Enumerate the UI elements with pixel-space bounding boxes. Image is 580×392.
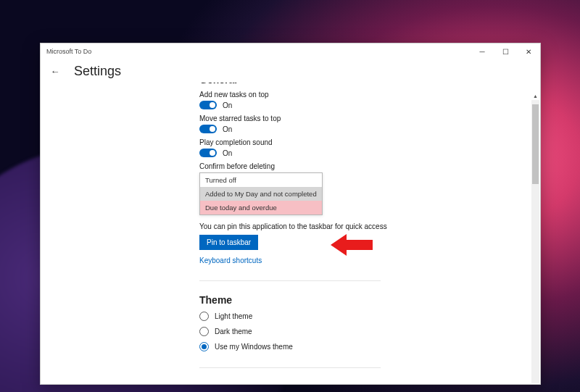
section-general-heading: General [199, 83, 431, 86]
app-window: Microsoft To Do ─ ☐ ✕ ← Settings General… [40, 43, 541, 385]
toggle-move-starred[interactable] [199, 125, 217, 133]
dropdown-option-due[interactable]: Due today and overdue [200, 201, 322, 214]
section-smart-heading: Smart lists [199, 383, 431, 384]
keyboard-shortcuts-link[interactable]: Keyboard shortcuts [199, 257, 431, 264]
maximize-icon: ☐ [502, 48, 509, 56]
svg-marker-0 [331, 234, 373, 256]
toggle-add-on-top[interactable] [199, 101, 217, 109]
vertical-scrollbar[interactable]: ▲ ▼ [531, 100, 539, 383]
maximize-button[interactable]: ☐ [494, 43, 517, 59]
section-theme-heading: Theme [199, 294, 431, 306]
radio-system[interactable] [199, 342, 209, 351]
toggle-play-sound[interactable] [199, 149, 217, 157]
label-move-starred: Move starred tasks to top [199, 114, 431, 122]
red-arrow-icon [331, 233, 374, 257]
dropdown-option-off[interactable]: Turned off [200, 173, 322, 187]
radio-system-label: Use my Windows theme [215, 343, 293, 351]
label-add-on-top: Add new tasks on top [199, 91, 431, 99]
header: ← Settings [41, 59, 540, 83]
radio-dark[interactable] [199, 327, 209, 336]
radio-light-label: Light theme [215, 312, 252, 320]
app-title: Microsoft To Do [46, 48, 91, 55]
dropdown-option-myday[interactable]: Added to My Day and not completed [200, 187, 322, 201]
back-button[interactable]: ← [48, 64, 62, 78]
radio-dark-row[interactable]: Dark theme [199, 327, 431, 336]
confirm-delete-dropdown[interactable]: Turned off Added to My Day and not compl… [199, 172, 323, 215]
radio-dark-label: Dark theme [215, 328, 252, 335]
radio-light[interactable] [199, 312, 209, 321]
scrollbar-thumb[interactable] [532, 104, 539, 184]
section-smart-lists: Smart lists [199, 383, 431, 384]
toggle-play-sound-state: On [223, 149, 232, 157]
annotation-arrow [331, 233, 374, 257]
toggle-move-starred-state: On [223, 125, 232, 133]
section-theme: Theme Light theme Dark theme Use my Wind… [199, 294, 431, 351]
section-divider-2 [199, 367, 381, 368]
minimize-button[interactable]: ─ [471, 43, 494, 59]
scrollbar-up-icon[interactable]: ▲ [531, 92, 539, 100]
toggle-play-sound-row: On [199, 149, 431, 157]
settings-column: General Add new tasks on top On Move sta… [199, 83, 439, 384]
toggle-move-starred-row: On [199, 125, 431, 133]
toggle-add-on-top-row: On [199, 101, 431, 109]
scrollbar-down-icon[interactable]: ▼ [531, 383, 539, 384]
back-arrow-icon: ← [51, 66, 60, 77]
toggle-add-on-top-state: On [223, 101, 232, 109]
pin-helper-text: You can pin this application to the task… [199, 222, 431, 230]
minimize-icon: ─ [479, 48, 484, 56]
radio-light-row[interactable]: Light theme [199, 312, 431, 321]
radio-system-row[interactable]: Use my Windows theme [199, 342, 431, 351]
label-confirm-delete: Confirm before deleting [199, 162, 431, 170]
window-controls: ─ ☐ ✕ [471, 43, 540, 59]
label-play-sound: Play completion sound [199, 138, 431, 146]
close-button[interactable]: ✕ [517, 43, 540, 59]
pin-to-taskbar-button[interactable]: Pin to taskbar [199, 235, 258, 250]
close-icon: ✕ [526, 48, 531, 56]
content-area: General Add new tasks on top On Move sta… [41, 83, 540, 384]
titlebar: Microsoft To Do ─ ☐ ✕ [41, 43, 540, 59]
page-title: Settings [74, 64, 121, 79]
section-divider [199, 280, 381, 281]
